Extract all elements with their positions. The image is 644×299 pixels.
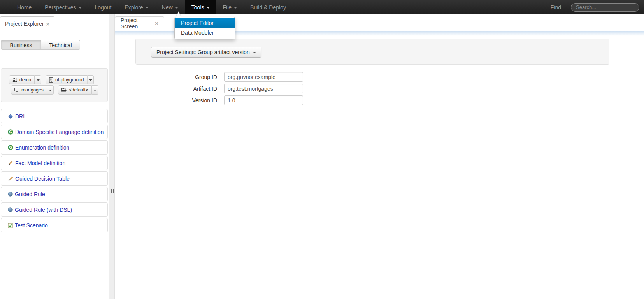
- list-item-guided-rule: Guided Rule: [1, 187, 108, 201]
- nav-item-label: File: [223, 4, 232, 11]
- nav-item-tools[interactable]: Tools: [185, 0, 216, 14]
- org-unit-caret-button[interactable]: [35, 75, 41, 84]
- org-unit-button[interactable]: demo: [9, 75, 35, 84]
- pencil-icon: [8, 160, 13, 166]
- menu-item-data-modeler[interactable]: Data Modeler: [175, 28, 235, 38]
- nav-item-file[interactable]: File: [216, 0, 244, 14]
- project-editor-panel: Project Screen × Project Settings: Group…: [115, 14, 644, 299]
- pencil-icon: [8, 176, 13, 181]
- navbar-menu: Home Perspectives Logout Explore New Too…: [11, 0, 293, 14]
- menu-item-project-editor[interactable]: Project Editor: [175, 18, 235, 28]
- close-icon[interactable]: ×: [155, 20, 158, 26]
- nav-item-label: Home: [17, 4, 32, 11]
- caret-down-icon: [93, 90, 97, 91]
- dropdown-pointer-icon: [176, 11, 181, 17]
- tab-project-screen[interactable]: Project Screen ×: [115, 16, 164, 30]
- asset-link[interactable]: Domain Specific Language definition: [15, 129, 104, 135]
- asset-link[interactable]: DRL: [15, 113, 26, 120]
- splitter-grip-icon: [111, 189, 114, 193]
- panel-splitter[interactable]: [109, 14, 115, 299]
- package-caret-button[interactable]: [92, 85, 98, 95]
- context-selector-well: demo uf-playground: [1, 68, 108, 102]
- project-caret-button[interactable]: [47, 85, 54, 95]
- package-button[interactable]: <default>: [58, 85, 92, 95]
- chevron-down-icon: [234, 7, 237, 9]
- caret-down-icon: [253, 52, 256, 53]
- folder-open-icon: [61, 88, 67, 92]
- gav-form: Group ID Artifact ID Version ID: [170, 72, 303, 107]
- asset-link[interactable]: Fact Model definition: [15, 160, 65, 166]
- list-item-test-scenario: Test Scenario: [1, 218, 108, 232]
- project-label: mortgages: [21, 87, 44, 93]
- monitor-icon: [14, 88, 19, 92]
- asset-link[interactable]: Test Scenario: [15, 222, 48, 229]
- green-circle-icon: G: [8, 129, 13, 135]
- list-item-dsl: G Domain Specific Language definition: [1, 125, 108, 139]
- nav-item-label: Perspectives: [45, 4, 76, 11]
- context-row: mortgages <default>: [11, 85, 107, 95]
- nav-item-label: Build & Deploy: [250, 4, 286, 11]
- repository-button[interactable]: uf-playground: [46, 75, 87, 84]
- project-explorer-panel: Project Explorer × Business Technical de…: [0, 14, 109, 299]
- sphere-icon: [8, 207, 13, 212]
- find-link[interactable]: Find: [551, 4, 561, 11]
- nav-item-home[interactable]: Home: [11, 0, 38, 14]
- diamond-icon: [8, 114, 13, 119]
- caret-down-icon: [89, 79, 92, 81]
- asset-link[interactable]: Guided Decision Table: [15, 176, 70, 182]
- package-label: <default>: [69, 87, 88, 93]
- form-row-artifact-id: Artifact ID: [170, 84, 303, 93]
- svg-text:G: G: [9, 130, 12, 134]
- nav-item-logout[interactable]: Logout: [88, 0, 118, 14]
- nav-item-build-deploy[interactable]: Build & Deploy: [244, 0, 293, 14]
- explorer-view-toggle: Business Technical: [1, 40, 80, 50]
- list-item-drl: DRL: [1, 109, 108, 123]
- asset-link[interactable]: Guided Rule (with DSL): [15, 207, 72, 213]
- list-item-fact-model: Fact Model definition: [1, 156, 108, 170]
- business-view-button[interactable]: Business: [1, 40, 41, 50]
- project-button[interactable]: mortgages: [11, 85, 47, 95]
- form-row-group-id: Group ID: [170, 72, 303, 82]
- tab-label: Project Screen: [121, 17, 155, 30]
- caret-down-icon: [49, 90, 52, 91]
- asset-link[interactable]: Enumeration definition: [15, 144, 69, 151]
- close-icon[interactable]: ×: [46, 21, 49, 27]
- nav-item-explore[interactable]: Explore: [118, 0, 155, 14]
- tab-label: Project Explorer: [5, 21, 44, 27]
- nav-item-label: New: [162, 4, 173, 11]
- list-item-guided-decision-table: Guided Decision Table: [1, 171, 108, 186]
- left-tab-strip: Project Explorer ×: [0, 16, 109, 30]
- caret-down-icon: [37, 79, 40, 81]
- nav-item-perspectives[interactable]: Perspectives: [38, 0, 88, 14]
- asset-link[interactable]: Guided Rule: [15, 191, 45, 197]
- project-settings-dropdown-button[interactable]: Project Settings: Group artifact version: [151, 47, 261, 58]
- technical-view-button[interactable]: Technical: [41, 40, 80, 50]
- list-item-enumeration: G Enumeration definition: [1, 140, 108, 155]
- package-selector: <default>: [58, 85, 98, 95]
- project-selector: mortgages: [11, 85, 54, 95]
- navbar-right: Find: [551, 3, 639, 12]
- nav-item-label: Tools: [191, 4, 204, 11]
- repository-selector: uf-playground: [46, 75, 94, 84]
- tools-dropdown-menu: Project Editor Data Modeler: [174, 17, 235, 39]
- green-circle-icon: G: [8, 145, 13, 150]
- list-item-guided-rule-dsl: Guided Rule (with DSL): [1, 202, 108, 217]
- artifact-id-field[interactable]: [224, 84, 303, 93]
- svg-text:G: G: [9, 146, 12, 150]
- tab-project-explorer[interactable]: Project Explorer ×: [0, 16, 54, 31]
- group-id-field[interactable]: [224, 72, 303, 82]
- version-id-field[interactable]: [224, 95, 303, 105]
- chevron-down-icon: [175, 7, 178, 9]
- chevron-down-icon: [79, 7, 82, 9]
- group-id-label: Group ID: [170, 74, 217, 80]
- repository-label: uf-playground: [55, 77, 84, 83]
- org-unit-label: demo: [19, 77, 31, 83]
- top-navbar: Home Perspectives Logout Explore New Too…: [0, 0, 644, 14]
- project-settings-label: Project Settings: Group artifact version: [156, 49, 250, 55]
- repository-caret-button[interactable]: [87, 75, 94, 84]
- sphere-icon: [8, 192, 13, 197]
- context-row: demo uf-playground: [9, 75, 107, 84]
- version-id-label: Version ID: [170, 97, 217, 104]
- search-input[interactable]: [571, 3, 639, 12]
- nav-item-label: Logout: [95, 4, 112, 11]
